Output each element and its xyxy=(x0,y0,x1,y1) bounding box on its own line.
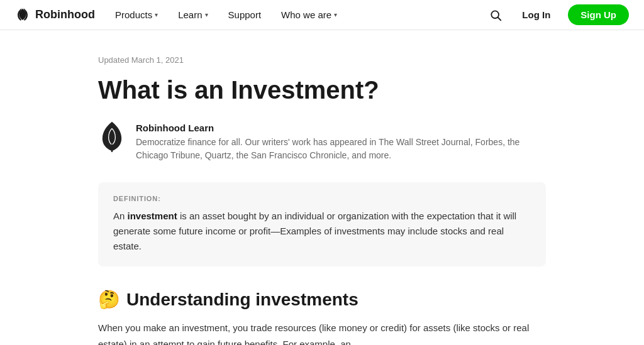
definition-box: DEFINITION: An investment is an asset bo… xyxy=(98,182,546,266)
author-description: Democratize finance for all. Our writers… xyxy=(136,136,546,162)
navbar: Robinhood Products ▾ Learn ▾ Support Who… xyxy=(0,0,644,30)
author-block: Robinhood Learn Democratize finance for … xyxy=(98,123,546,162)
thinking-emoji: 🤔 xyxy=(98,289,120,310)
definition-label: DEFINITION: xyxy=(113,195,531,202)
search-button[interactable] xyxy=(487,6,504,24)
section-heading: 🤔 Understanding investments xyxy=(98,289,546,310)
main-content: Updated March 1, 2021 What is an Investm… xyxy=(83,30,561,345)
author-name: Robinhood Learn xyxy=(136,123,546,133)
nav-item-support[interactable]: Support xyxy=(218,0,272,30)
author-text: Robinhood Learn Democratize finance for … xyxy=(136,123,546,162)
article-title: What is an Investment? xyxy=(98,75,546,105)
chevron-down-icon: ▾ xyxy=(205,11,208,18)
nav-links: Products ▾ Learn ▾ Support Who we are ▾ xyxy=(105,0,487,30)
section-body: When you make an investment, you trade r… xyxy=(98,320,546,345)
login-button[interactable]: Log In xyxy=(514,6,558,24)
nav-right: Log In Sign Up xyxy=(487,4,629,25)
chevron-down-icon: ▾ xyxy=(155,11,158,18)
brand-name: Robinhood xyxy=(35,8,95,21)
svg-line-1 xyxy=(498,17,501,20)
signup-button[interactable]: Sign Up xyxy=(568,4,629,25)
definition-text: An investment is an asset bought by an i… xyxy=(113,209,531,254)
nav-item-who-we-are[interactable]: Who we are ▾ xyxy=(271,0,347,30)
nav-item-learn[interactable]: Learn ▾ xyxy=(168,0,218,30)
chevron-down-icon: ▾ xyxy=(334,11,337,18)
robinhood-logo-icon xyxy=(15,8,30,23)
search-icon xyxy=(489,9,502,21)
author-icon-wrap xyxy=(98,123,126,150)
definition-keyword: investment xyxy=(128,211,177,221)
logo-link[interactable]: Robinhood xyxy=(15,8,95,23)
updated-date: Updated March 1, 2021 xyxy=(98,55,546,65)
robinhood-feather-icon xyxy=(99,121,125,152)
nav-item-products[interactable]: Products ▾ xyxy=(105,0,168,30)
